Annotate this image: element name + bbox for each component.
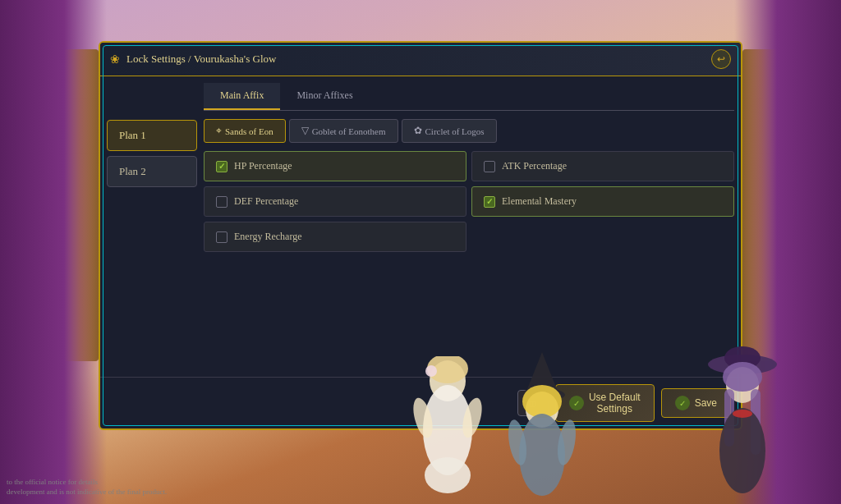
option-energy-recharge[interactable]: Energy Recharge bbox=[204, 222, 466, 252]
checkbox-em: ✓ bbox=[484, 196, 495, 208]
back-button[interactable]: ↩ bbox=[711, 49, 731, 69]
character-right bbox=[693, 340, 800, 504]
tab-minor-affixes[interactable]: Minor Affixes bbox=[280, 83, 369, 110]
artifact-tabs: ⌖ Sands of Eon ▽ Goblet of Eonothem ✿ Ci… bbox=[204, 116, 734, 146]
option-hp-percentage[interactable]: ✓ HP Percentage bbox=[204, 151, 466, 181]
curtain-left bbox=[0, 0, 107, 504]
option-hp-label: HP Percentage bbox=[234, 160, 292, 172]
circlet-label: Circlet of Logos bbox=[425, 126, 485, 136]
artifact-tab-circlet[interactable]: ✿ Circlet of Logos bbox=[402, 119, 497, 143]
checkbox-def bbox=[216, 196, 227, 208]
artifact-tab-goblet[interactable]: ▽ Goblet of Eonothem bbox=[289, 119, 398, 143]
svg-point-2 bbox=[425, 365, 437, 377]
character-middle bbox=[493, 348, 600, 504]
disclaimer-text: to the official notice for details devel… bbox=[7, 477, 167, 497]
circlet-icon: ✿ bbox=[414, 125, 422, 137]
goblet-label: Goblet of Eonothem bbox=[312, 126, 386, 136]
dialog-header: ❀ Lock Settings / Vourukasha's Glow ↩ bbox=[100, 43, 741, 76]
option-em-label: Elemental Mastery bbox=[502, 195, 577, 208]
header-flower-icon: ❀ bbox=[110, 53, 120, 66]
sands-label: Sands of Eon bbox=[225, 126, 273, 136]
checkbox-hp: ✓ bbox=[216, 161, 227, 172]
option-def-percentage[interactable]: DEF Percentage bbox=[204, 186, 466, 217]
save-check-icon: ✓ bbox=[675, 396, 690, 410]
svg-point-10 bbox=[522, 385, 562, 418]
options-grid: ✓ HP Percentage DEF Percentage Energy Re… bbox=[204, 151, 734, 370]
svg-point-6 bbox=[425, 457, 471, 493]
svg-point-20 bbox=[719, 408, 765, 493]
option-elemental-mastery[interactable]: ✓ Elemental Mastery bbox=[471, 186, 734, 217]
artifact-tab-sands[interactable]: ⌖ Sands of Eon bbox=[204, 119, 286, 143]
checkbox-atk bbox=[484, 161, 495, 172]
goblet-icon: ▽ bbox=[301, 125, 309, 137]
option-energy-label: Energy Recharge bbox=[234, 231, 302, 243]
option-def-label: DEF Percentage bbox=[234, 195, 298, 208]
character-left bbox=[402, 356, 501, 504]
sands-icon: ⌖ bbox=[216, 125, 222, 137]
top-tabs: Main Affix Minor Affixes bbox=[204, 83, 734, 111]
svg-point-21 bbox=[733, 410, 752, 418]
option-atk-percentage[interactable]: ATK Percentage bbox=[471, 151, 734, 181]
dialog-title: Lock Settings / Vourukasha's Glow bbox=[126, 53, 705, 66]
plans-sidebar: Plan 1 Plan 2 bbox=[107, 83, 197, 370]
dialog-body: Plan 1 Plan 2 Main Affix Minor Affixes ⌖ bbox=[100, 76, 741, 377]
option-atk-label: ATK Percentage bbox=[502, 160, 567, 172]
plan-2-item[interactable]: Plan 2 bbox=[107, 156, 197, 187]
svg-point-17 bbox=[723, 362, 762, 392]
main-area: Main Affix Minor Affixes ⌖ Sands of Eon … bbox=[204, 83, 734, 370]
checkbox-energy bbox=[216, 231, 227, 243]
plan-1-item[interactable]: Plan 1 bbox=[107, 120, 197, 151]
tab-main-affix[interactable]: Main Affix bbox=[204, 83, 280, 110]
